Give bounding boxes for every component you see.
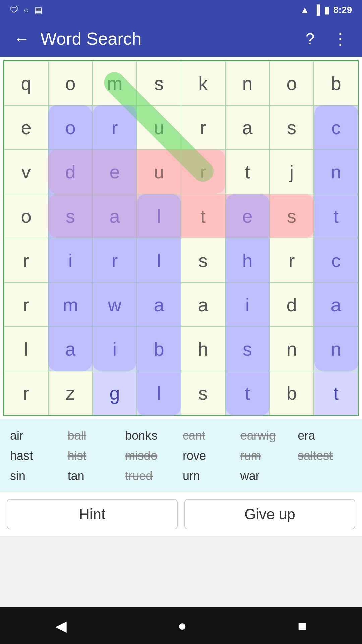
circle-icon: ○	[24, 5, 29, 15]
grid-cell-1-6[interactable]: s	[269, 105, 314, 150]
grid-cell-7-0[interactable]: r	[4, 371, 48, 415]
help-button[interactable]: ?	[298, 30, 322, 48]
recent-nav-icon[interactable]: ■	[298, 617, 307, 634]
grid-cell-6-4[interactable]: h	[181, 327, 225, 371]
word-item-saltest: saltest	[298, 449, 352, 463]
word-item-air: air	[10, 429, 64, 443]
word-item-earwig: earwig	[240, 429, 295, 443]
grid-cell-5-6[interactable]: d	[269, 282, 314, 327]
grid-cell-2-3[interactable]: u	[137, 150, 181, 194]
word-item-trued: trued	[125, 469, 179, 483]
grid-cell-6-3[interactable]: b	[137, 327, 181, 371]
grid-cell-0-1[interactable]: o	[48, 61, 93, 105]
status-bar: 🛡 ○ ▤ ▲ ▐ ▮ 8:29	[0, 0, 362, 20]
hint-button[interactable]: Hint	[7, 499, 178, 529]
grid-cell-4-6[interactable]: r	[269, 238, 314, 282]
word-item-sin: sin	[10, 469, 64, 483]
word-item-cant: cant	[183, 429, 237, 443]
grid-cell-7-6[interactable]: b	[269, 371, 314, 415]
grid-cell-6-7[interactable]: n	[314, 327, 358, 371]
word-list-container: airballbonkscantearwigerahasthistmisdoro…	[0, 419, 362, 492]
grid-cell-6-1[interactable]: a	[48, 327, 93, 371]
grid-cell-1-2[interactable]: r	[93, 105, 137, 150]
grid-cell-5-4[interactable]: a	[181, 282, 225, 327]
grid-cell-1-5[interactable]: a	[225, 105, 269, 150]
grid-cell-0-2[interactable]: m	[93, 61, 137, 105]
grid-cell-3-5[interactable]: e	[225, 194, 269, 238]
word-item-rum: rum	[240, 449, 295, 463]
grid-cell-7-5[interactable]: t	[225, 371, 269, 415]
grid-cell-0-0[interactable]: q	[4, 61, 48, 105]
grid-cell-7-3[interactable]: l	[137, 371, 181, 415]
give-up-button[interactable]: Give up	[184, 499, 355, 529]
grid-cell-4-2[interactable]: r	[93, 238, 137, 282]
grid-cell-6-5[interactable]: s	[225, 327, 269, 371]
wifi-icon: ▲	[300, 5, 309, 15]
grid-cell-4-5[interactable]: h	[225, 238, 269, 282]
grid-cell-0-7[interactable]: b	[314, 61, 358, 105]
word-item-hast: hast	[10, 449, 64, 463]
grid-cell-4-1[interactable]: i	[48, 238, 93, 282]
word-item-tan: tan	[68, 469, 122, 483]
grid-cell-1-0[interactable]: e	[4, 105, 48, 150]
grid-cell-2-2[interactable]: e	[93, 150, 137, 194]
grid-cell-2-7[interactable]: n	[314, 150, 358, 194]
word-search-grid[interactable]: qomsknobeorurascvdeurtjnosaltestrirlshrc…	[3, 60, 359, 416]
grid-cell-7-7[interactable]: t	[314, 371, 358, 415]
home-nav-icon[interactable]: ●	[178, 617, 187, 634]
grid-cell-5-3[interactable]: a	[137, 282, 181, 327]
grid-cell-3-4[interactable]: t	[181, 194, 225, 238]
grid-cell-3-0[interactable]: o	[4, 194, 48, 238]
grid-cell-7-2[interactable]: g	[93, 371, 137, 415]
grid-cell-6-0[interactable]: l	[4, 327, 48, 371]
word-item-bonks: bonks	[125, 429, 179, 443]
back-button[interactable]: ←	[10, 30, 34, 48]
grid-cell-6-2[interactable]: i	[93, 327, 137, 371]
grid-cell-1-4[interactable]: r	[181, 105, 225, 150]
grid-cell-2-1[interactable]: d	[48, 150, 93, 194]
grid-cell-1-1[interactable]: o	[48, 105, 93, 150]
grid-cell-3-7[interactable]: t	[314, 194, 358, 238]
grid-cell-5-5[interactable]: i	[225, 282, 269, 327]
grid-cell-5-2[interactable]: w	[93, 282, 137, 327]
grid-cell-2-5[interactable]: t	[225, 150, 269, 194]
app-bar: ← Word Search ? ⋮	[0, 20, 362, 57]
grid-cell-4-4[interactable]: s	[181, 238, 225, 282]
grid-cell-3-6[interactable]: s	[269, 194, 314, 238]
word-item-era: era	[298, 429, 352, 443]
grid-cell-4-0[interactable]: r	[4, 238, 48, 282]
word-list: airballbonkscantearwigerahasthistmisdoro…	[10, 429, 352, 483]
grid-cell-7-4[interactable]: s	[181, 371, 225, 415]
grid-cell-5-7[interactable]: a	[314, 282, 358, 327]
word-item-rove: rove	[183, 449, 237, 463]
status-icons-left: 🛡 ○ ▤	[10, 5, 43, 15]
battery-icon: ▮	[324, 5, 329, 16]
grid-cell-2-6[interactable]: j	[269, 150, 314, 194]
grid-cell-0-5[interactable]: n	[225, 61, 269, 105]
grid-cell-2-4[interactable]: r	[181, 150, 225, 194]
grid-cell-2-0[interactable]: v	[4, 150, 48, 194]
word-item-hist: hist	[68, 449, 122, 463]
grid-cell-5-1[interactable]: m	[48, 282, 93, 327]
grid-cell-0-3[interactable]: s	[137, 61, 181, 105]
grid-cell-3-1[interactable]: s	[48, 194, 93, 238]
grid-cell-3-2[interactable]: a	[93, 194, 137, 238]
grid-cell-7-1[interactable]: z	[48, 371, 93, 415]
grid-cell-4-7[interactable]: c	[314, 238, 358, 282]
grid-wrapper: qomsknobeorurascvdeurtjnosaltestrirlshrc…	[3, 60, 359, 416]
grid-cell-0-6[interactable]: o	[269, 61, 314, 105]
menu-button[interactable]: ⋮	[328, 29, 352, 48]
buttons-container: Hint Give up	[0, 492, 362, 536]
status-icons-right: ▲ ▐ ▮ 8:29	[300, 5, 352, 16]
grid-cell-1-3[interactable]: u	[137, 105, 181, 150]
word-item-misdo: misdo	[125, 449, 179, 463]
grid-cell-4-3[interactable]: l	[137, 238, 181, 282]
grid-cell-1-7[interactable]: c	[314, 105, 358, 150]
shield-icon: 🛡	[10, 5, 19, 15]
grid-cell-3-3[interactable]: l	[137, 194, 181, 238]
word-item-ball: ball	[68, 429, 122, 443]
grid-cell-6-6[interactable]: n	[269, 327, 314, 371]
back-nav-icon[interactable]: ◀	[55, 617, 67, 634]
grid-cell-0-4[interactable]: k	[181, 61, 225, 105]
grid-cell-5-0[interactable]: r	[4, 282, 48, 327]
